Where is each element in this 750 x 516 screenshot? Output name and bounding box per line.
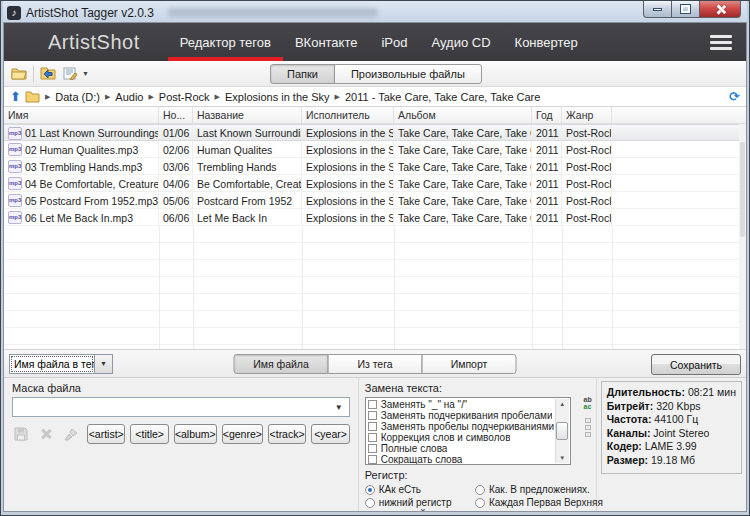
table-row[interactable]: mp301 Last Known Surroundings.mp3 01/06 …	[4, 124, 746, 141]
radio-icon[interactable]	[365, 511, 375, 513]
checkbox-icon[interactable]	[368, 455, 377, 464]
replace-option[interactable]: Коррекция слов и символов	[368, 432, 554, 443]
main-menu-bar: ArtistShot Редактор теговВКонтактеiPodАу…	[4, 23, 746, 61]
case-option[interactable]: КАк еСть	[365, 483, 475, 496]
column-header-number[interactable]: Но...	[159, 107, 193, 123]
case-option[interactable]: ВЕРХНИЙ РЕГИСТР	[365, 509, 475, 512]
tag-mask-button[interactable]: <album>	[174, 424, 217, 444]
column-header-year[interactable]: Год	[532, 107, 562, 123]
maximize-button[interactable]	[672, 1, 699, 18]
window-controls	[643, 1, 741, 18]
refresh-icon[interactable]: ⟳	[729, 89, 740, 104]
window-title: ArtistShot Tagger v2.0.3	[26, 6, 154, 20]
replace-option[interactable]: Сокращать слова	[368, 454, 554, 465]
breadcrumb-segment[interactable]: ▶Explosions in the Sky	[210, 91, 330, 103]
list-scrollbar[interactable]: ▲ ▼	[555, 399, 569, 463]
file-mask-combobox[interactable]: ▼	[12, 397, 350, 417]
table-row[interactable]: mp306 Let Me Back In.mp3 06/06 Let Me Ba…	[4, 209, 746, 226]
edit-mode-tab[interactable]: Из тега	[328, 354, 423, 374]
mp3-file-icon: mp3	[8, 143, 22, 156]
maximize-icon	[681, 5, 690, 13]
column-header-title[interactable]: Название	[193, 107, 302, 123]
column-header-genre[interactable]: Жанр	[562, 107, 612, 123]
checkbox-icon[interactable]	[368, 411, 377, 420]
mode-dropdown[interactable]: Имя файла в тег ▼	[9, 354, 113, 374]
action-bar: Имя файла в тег ▼ Имя файлаИз тегаИмпорт…	[4, 349, 746, 378]
menu-item[interactable]: Редактор тегов	[168, 23, 283, 61]
playlist-edit-icon[interactable]	[61, 66, 79, 82]
reorder-icon[interactable]	[585, 418, 591, 439]
replace-options-list: Заменять "_" на "/" Заменять подчеркиван…	[365, 397, 571, 465]
menu-item[interactable]: Аудио CD	[420, 23, 503, 61]
menu-item[interactable]: ВКонтакте	[283, 23, 370, 61]
tag-mask-button[interactable]: <title>	[130, 424, 168, 444]
column-header-name[interactable]: Имя	[4, 107, 159, 123]
track-info-row: Размер: 19.18 Мб	[607, 454, 736, 468]
breadcrumb-arrow-icon: ▶	[215, 93, 220, 101]
menu-item[interactable]: iPod	[369, 23, 419, 61]
text-replace-icon[interactable]: abac	[584, 396, 592, 410]
tag-buttons: <artist><title><album><genre><track><yea…	[87, 424, 350, 444]
edit-mode-tab[interactable]: Импорт	[422, 354, 517, 374]
track-info-row: Частота: 44100 Гц	[607, 413, 736, 427]
radio-icon[interactable]	[365, 485, 375, 495]
toolbar-dropdown-arrow[interactable]: ▼	[82, 70, 89, 77]
source-tab[interactable]: Папки	[270, 64, 335, 84]
radio-icon[interactable]	[365, 498, 375, 508]
table-row[interactable]: mp302 Human Qualites.mp3 02/06 Human Qua…	[4, 141, 746, 158]
track-info-row: Кодер: LAME 3.99	[607, 440, 736, 454]
checkbox-icon[interactable]	[368, 444, 377, 453]
add-folder-icon[interactable]	[39, 66, 57, 82]
delete-mask-icon[interactable]	[37, 426, 55, 442]
checkbox-icon[interactable]	[368, 422, 377, 431]
checkbox-icon[interactable]	[368, 400, 377, 409]
scroll-down-icon[interactable]: ▼	[559, 455, 565, 461]
tag-mask-button[interactable]: <artist>	[87, 424, 125, 444]
table-row[interactable]: mp303 Trembling Hands.mp3 03/06 Tremblin…	[4, 158, 746, 175]
table-row[interactable]: mp305 Postcard From 1952.mp3 05/06 Postc…	[4, 192, 746, 209]
column-header-album[interactable]: Альбом	[394, 107, 532, 123]
replace-option[interactable]: Заменять подчеркивания пробелами	[368, 410, 554, 421]
toolbar-separator	[33, 66, 34, 82]
up-level-icon[interactable]: ⬆	[10, 89, 21, 104]
breadcrumb-segment[interactable]: ▶2011 - Take Care, Take Care, Take Care	[330, 91, 541, 103]
source-tab[interactable]: Произвольные файлы	[334, 64, 482, 84]
save-mask-icon[interactable]	[12, 426, 30, 442]
menu-item[interactable]: Конвертер	[503, 23, 590, 61]
tag-mask-button[interactable]: <genre>	[222, 424, 263, 444]
breadcrumb-bar: ⬆ ▶Data (D:)▶Audio▶Post-Rock▶Explosions …	[4, 87, 746, 107]
open-folder-icon[interactable]	[10, 66, 28, 82]
column-header-artist[interactable]: Исполнитель	[302, 107, 394, 123]
table-body: mp301 Last Known Surroundings.mp3 01/06 …	[4, 124, 746, 226]
breadcrumb-segment[interactable]: ▶Post-Rock	[143, 91, 209, 103]
tag-mask-button[interactable]: <track>	[268, 424, 306, 444]
mask-toolbar: <artist><title><album><genre><track><yea…	[12, 424, 350, 444]
tag-mask-button[interactable]: <year>	[311, 424, 349, 444]
case-option[interactable]: Каждая Первая Верхняя	[475, 496, 603, 509]
close-button[interactable]	[699, 1, 741, 18]
table-scrollbar[interactable]	[739, 124, 746, 349]
radio-icon[interactable]	[475, 485, 485, 495]
hamburger-menu-icon[interactable]	[710, 35, 732, 50]
replace-option[interactable]: Заменять "_" на "/"	[368, 399, 554, 410]
radio-icon[interactable]	[475, 498, 485, 508]
app-window: ♪ ArtistShot Tagger v2.0.3 ArtistShot Ре…	[0, 0, 750, 516]
minimize-icon	[653, 8, 662, 11]
replace-option[interactable]: Полные слова	[368, 443, 554, 454]
breadcrumb-segment[interactable]: ▶Data (D:)	[40, 91, 100, 103]
clear-mask-icon[interactable]	[62, 426, 80, 442]
checkbox-icon[interactable]	[368, 433, 377, 442]
minimize-button[interactable]	[643, 1, 672, 18]
breadcrumb-segment[interactable]: ▶Audio	[100, 91, 144, 103]
scroll-up-icon[interactable]: ▲	[559, 401, 565, 407]
list-scroll-thumb[interactable]	[556, 422, 568, 440]
replace-option[interactable]: Заменять пробелы подчеркиваниями	[368, 421, 554, 432]
main-nav: Редактор теговВКонтактеiPodАудио CDКонве…	[168, 23, 590, 61]
table-row[interactable]: mp304 Be Comfortable, Creature.mp3 04/06…	[4, 175, 746, 192]
edit-mode-tabs: Имя файлаИз тегаИмпорт	[234, 354, 517, 374]
edit-mode-tab[interactable]: Имя файла	[234, 354, 329, 374]
scrollbar-thumb[interactable]	[740, 142, 745, 237]
case-option[interactable]: Как. В предложениях.	[475, 483, 603, 496]
case-option[interactable]: нижний регистр	[365, 496, 475, 509]
save-button[interactable]: Сохранить	[651, 354, 741, 375]
